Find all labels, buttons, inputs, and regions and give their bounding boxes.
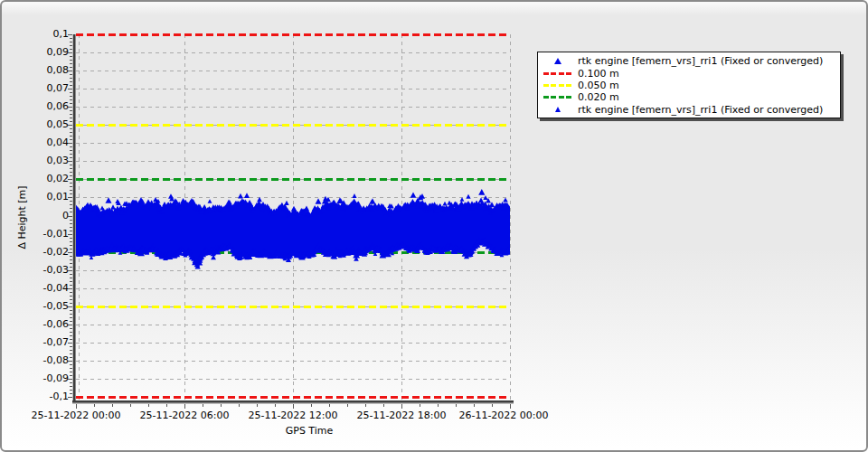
y-minor-tick	[70, 154, 72, 155]
x-tick-label: 26-11-2022 00:00	[449, 410, 558, 421]
y-major-tick	[68, 34, 72, 35]
y-major-tick	[68, 71, 72, 71]
legend-row: 0.020 m	[538, 91, 840, 103]
y-major-tick	[68, 306, 72, 307]
x-minor-tick	[492, 404, 493, 407]
y-minor-tick	[70, 45, 72, 46]
y-minor-tick	[70, 368, 72, 369]
y-tick-label: -0,09	[20, 373, 69, 384]
y-minor-tick	[70, 103, 72, 104]
y-minor-tick	[70, 96, 72, 97]
y-minor-tick	[70, 183, 72, 184]
x-minor-tick	[221, 404, 222, 407]
y-tick-label: 0,09	[20, 47, 69, 58]
y-minor-tick	[70, 346, 72, 347]
y-minor-tick	[70, 136, 72, 137]
scatter-plot-area[interactable]	[76, 34, 510, 400]
y-minor-tick	[70, 150, 72, 151]
x-major-tick	[293, 404, 294, 409]
legend-marker	[538, 96, 578, 99]
y-major-tick	[68, 107, 72, 108]
x-minor-tick	[166, 404, 167, 407]
legend-marker	[538, 72, 578, 75]
y-major-tick	[68, 234, 72, 235]
y-minor-tick	[70, 245, 72, 246]
y-minor-tick	[70, 74, 72, 75]
x-minor-tick	[365, 404, 366, 407]
y-minor-tick	[70, 157, 72, 158]
legend-label: 0.050 m	[578, 80, 619, 91]
dash-line-icon	[543, 84, 573, 87]
y-minor-tick	[70, 49, 72, 50]
x-minor-tick	[239, 404, 240, 407]
legend-label: 0.100 m	[578, 68, 619, 80]
y-minor-tick	[70, 372, 72, 372]
y-minor-tick	[70, 393, 72, 394]
y-major-tick	[68, 143, 72, 144]
x-major-tick	[401, 404, 402, 409]
y-major-tick	[68, 343, 72, 344]
x-minor-tick	[383, 404, 384, 407]
chart-window: 0,10,090,080,070,060,050,040,030,020,010…	[0, 0, 868, 452]
x-minor-tick	[112, 404, 113, 407]
y-minor-tick	[70, 296, 72, 297]
x-minor-tick	[257, 404, 258, 407]
legend: rtk engine [femern_vrs]_rri1 (Fixed or c…	[537, 52, 841, 118]
x-major-tick	[184, 404, 185, 409]
y-minor-tick	[70, 175, 72, 176]
y-minor-tick	[70, 364, 72, 365]
y-minor-tick	[70, 227, 72, 228]
y-minor-tick	[70, 263, 72, 264]
legend-label: 0.020 m	[578, 91, 619, 103]
legend-label: rtk engine [femern_vrs]_rri1 (Fixed or c…	[578, 55, 823, 67]
x-minor-tick	[130, 404, 131, 407]
y-minor-tick	[70, 335, 72, 336]
dash-line-icon	[543, 96, 573, 99]
y-minor-tick	[70, 204, 72, 205]
y-minor-tick	[70, 42, 72, 42]
legend-marker	[538, 107, 578, 112]
legend-row: 0.100 m	[538, 67, 840, 79]
y-minor-tick	[70, 118, 72, 118]
y-minor-tick	[70, 114, 72, 115]
legend-row: rtk engine [femern_vrs]_rri1 (Fixed or c…	[538, 55, 840, 67]
y-major-tick	[68, 325, 72, 325]
y-tick-label: 0,1	[20, 29, 69, 40]
y-minor-tick	[70, 132, 72, 133]
y-tick-label: 0,08	[20, 65, 69, 76]
y-major-tick	[68, 270, 72, 271]
y-major-tick	[68, 379, 72, 380]
triangle-marker-icon	[554, 58, 561, 64]
y-minor-tick	[70, 274, 72, 275]
y-minor-tick	[70, 85, 72, 86]
y-minor-tick	[70, 110, 72, 111]
x-minor-tick	[311, 404, 312, 407]
y-tick-label: -0,08	[20, 355, 69, 366]
gridline	[510, 34, 511, 400]
y-minor-tick	[70, 314, 72, 315]
legend-marker	[538, 84, 578, 87]
y-tick-label: 0,07	[20, 83, 69, 94]
y-minor-tick	[70, 317, 72, 318]
x-minor-tick	[420, 404, 420, 407]
y-minor-tick	[70, 193, 72, 194]
y-minor-tick	[70, 201, 72, 202]
y-minor-tick	[70, 165, 72, 165]
y-minor-tick	[70, 67, 72, 68]
y-minor-tick	[70, 303, 72, 304]
y-minor-tick	[70, 299, 72, 300]
y-minor-tick	[70, 56, 72, 57]
y-minor-tick	[70, 292, 72, 293]
x-major-tick	[510, 404, 511, 409]
y-minor-tick	[70, 172, 72, 173]
y-tick-label: -0,03	[20, 265, 69, 276]
y-tick-label: -0,07	[20, 337, 69, 348]
y-major-tick	[68, 216, 72, 217]
y-minor-tick	[70, 328, 72, 329]
y-minor-tick	[70, 99, 72, 100]
y-minor-tick	[70, 249, 72, 250]
y-axis-title: Δ Height [m]	[16, 173, 28, 263]
x-tick-label: 25-11-2022 00:00	[22, 410, 130, 421]
y-minor-tick	[70, 321, 72, 322]
x-tick-label: 25-11-2022 06:00	[130, 410, 239, 421]
